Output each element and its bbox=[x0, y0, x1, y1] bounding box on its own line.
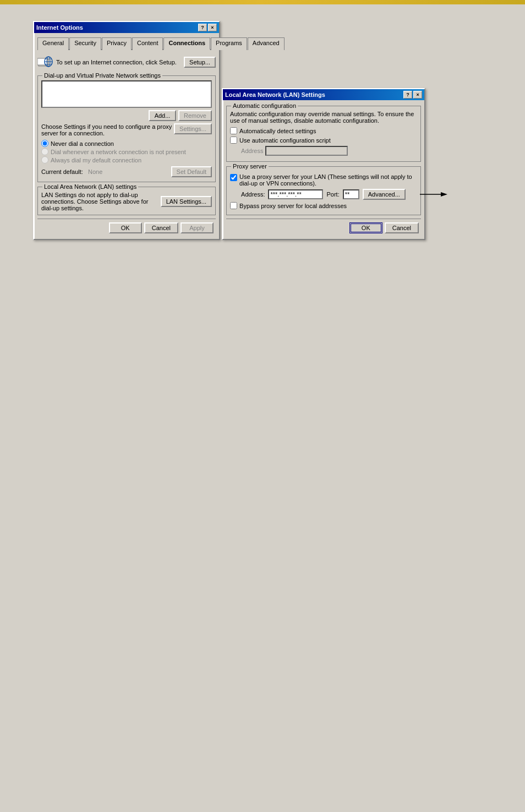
lan-settings-button[interactable]: LAN Settings... bbox=[161, 196, 212, 207]
bypass-label: Bypass proxy server for local addresses bbox=[239, 203, 347, 209]
dialog-footer: OK Cancel Apply bbox=[37, 219, 216, 236]
radio-never-dial-label: Never dial a connection bbox=[51, 140, 114, 147]
radio-dial-whenever[interactable]: Dial whenever a network connection is no… bbox=[41, 148, 212, 155]
lan-dialog-body: Automatic configuration Automatic config… bbox=[223, 100, 424, 239]
proxy-use-row[interactable]: Use a proxy server for your LAN (These s… bbox=[230, 173, 417, 187]
set-default-button[interactable]: Set Default bbox=[171, 166, 212, 177]
setup-description: To set up an Internet connection, click … bbox=[56, 59, 181, 66]
connection-icon bbox=[37, 56, 53, 69]
proxy-port-input[interactable] bbox=[343, 189, 359, 199]
titlebar-buttons: ? × bbox=[198, 24, 217, 31]
lan-help-button[interactable]: ? bbox=[403, 91, 412, 99]
address-row: Address bbox=[241, 146, 417, 156]
radio-never-dial-input[interactable] bbox=[41, 140, 48, 147]
tabs-container: General Security Privacy Content Connect… bbox=[37, 36, 216, 50]
auto-config-description: Automatic configuration may override man… bbox=[230, 111, 417, 124]
bypass-checkbox[interactable] bbox=[230, 202, 237, 209]
setup-section: To set up an Internet connection, click … bbox=[37, 53, 216, 73]
setup-button[interactable]: Setup... bbox=[184, 57, 216, 68]
radio-always-dial[interactable]: Always dial my default connection bbox=[41, 156, 212, 164]
settings-button[interactable]: Settings... bbox=[174, 123, 212, 134]
dialup-group: Dial-up and Virtual Private Network sett… bbox=[37, 75, 216, 182]
proxy-group: Proxy server Use a proxy server for your… bbox=[226, 166, 421, 215]
ok-button[interactable]: OK bbox=[109, 222, 142, 233]
address-label: Address bbox=[241, 148, 263, 154]
lan-settings-dialog: Local Area Network (LAN) Settings ? × Au… bbox=[222, 88, 425, 240]
current-default-label: Current default: None bbox=[41, 168, 102, 175]
radio-dial-whenever-input[interactable] bbox=[41, 148, 48, 155]
radio-dial-whenever-label: Dial whenever a network connection is no… bbox=[51, 149, 186, 155]
lan-titlebar-buttons: ? × bbox=[403, 91, 422, 99]
lan-group-label: Local Area Network (LAN) settings bbox=[42, 183, 138, 190]
dialup-list[interactable] bbox=[41, 80, 212, 108]
auto-detect-label: Automatically detect settings bbox=[239, 128, 316, 134]
svg-marker-8 bbox=[441, 192, 447, 197]
radio-never-dial[interactable]: Never dial a connection bbox=[41, 140, 212, 147]
tab-advanced[interactable]: Advanced bbox=[248, 37, 285, 50]
tab-security[interactable]: Security bbox=[69, 37, 101, 50]
auto-detect-row[interactable]: Automatically detect settings bbox=[230, 127, 417, 134]
advanced-button[interactable]: Advanced... bbox=[363, 189, 406, 200]
auto-config-group: Automatic configuration Automatic config… bbox=[226, 106, 421, 162]
internet-options-dialog: Internet Options ? × General Security Pr… bbox=[33, 21, 220, 240]
lan-close-button[interactable]: × bbox=[413, 91, 422, 99]
auto-config-group-label: Automatic configuration bbox=[231, 102, 298, 109]
tab-connections[interactable]: Connections bbox=[163, 37, 210, 50]
add-button[interactable]: Add... bbox=[149, 110, 176, 121]
remove-button[interactable]: Remove bbox=[178, 110, 212, 121]
lan-description: LAN Settings do not apply to dial-up con… bbox=[41, 192, 157, 211]
lan-cancel-button[interactable]: Cancel bbox=[385, 222, 419, 233]
internet-options-title: Internet Options bbox=[36, 24, 83, 31]
auto-script-row[interactable]: Use automatic configuration script bbox=[230, 137, 417, 144]
tab-programs[interactable]: Programs bbox=[211, 37, 247, 50]
proxy-port-label: Port: bbox=[326, 191, 339, 198]
tab-privacy[interactable]: Privacy bbox=[102, 37, 132, 50]
proxy-address-row: Address: Port: Advanced... bbox=[241, 189, 417, 200]
proxy-address-input[interactable] bbox=[268, 189, 323, 199]
top-decorative-bar bbox=[0, 0, 525, 4]
tab-content[interactable]: Content bbox=[132, 37, 163, 50]
auto-script-label: Use automatic configuration script bbox=[239, 137, 331, 144]
lan-titlebar: Local Area Network (LAN) Settings ? × bbox=[223, 89, 424, 100]
proxy-use-checkbox[interactable] bbox=[230, 174, 237, 181]
radio-always-dial-input[interactable] bbox=[41, 156, 48, 164]
lan-title: Local Area Network (LAN) Settings bbox=[225, 91, 325, 98]
apply-button[interactable]: Apply bbox=[181, 222, 214, 233]
current-default-row: Current default: None Set Default bbox=[41, 165, 212, 178]
cancel-button[interactable]: Cancel bbox=[144, 222, 178, 233]
help-button[interactable]: ? bbox=[198, 24, 207, 31]
proxy-address-label: Address: bbox=[241, 191, 265, 198]
advanced-arrow-annotation bbox=[420, 190, 447, 199]
lan-group: Local Area Network (LAN) settings LAN Se… bbox=[37, 187, 216, 215]
proxy-group-label: Proxy server bbox=[231, 163, 269, 170]
settings-description: Choose Settings if you need to configure… bbox=[41, 123, 174, 137]
current-default-value: None bbox=[88, 168, 102, 175]
dialog-body: General Security Privacy Content Connect… bbox=[34, 33, 219, 239]
dial-radio-group: Never dial a connection Dial whenever a … bbox=[41, 140, 212, 164]
close-button[interactable]: × bbox=[208, 24, 217, 31]
dialup-group-label: Dial-up and Virtual Private Network sett… bbox=[42, 72, 162, 79]
tab-general[interactable]: General bbox=[37, 37, 69, 50]
auto-script-checkbox[interactable] bbox=[230, 137, 237, 144]
proxy-use-label: Use a proxy server for your LAN (These s… bbox=[239, 173, 417, 187]
lan-ok-button[interactable]: OK bbox=[349, 222, 382, 233]
radio-always-dial-label: Always dial my default connection bbox=[51, 157, 141, 164]
address-input[interactable] bbox=[265, 146, 348, 156]
internet-options-titlebar: Internet Options ? × bbox=[34, 22, 219, 33]
bypass-row[interactable]: Bypass proxy server for local addresses bbox=[230, 202, 417, 209]
lan-dialog-footer: OK Cancel bbox=[226, 219, 421, 236]
auto-detect-checkbox[interactable] bbox=[230, 127, 237, 134]
